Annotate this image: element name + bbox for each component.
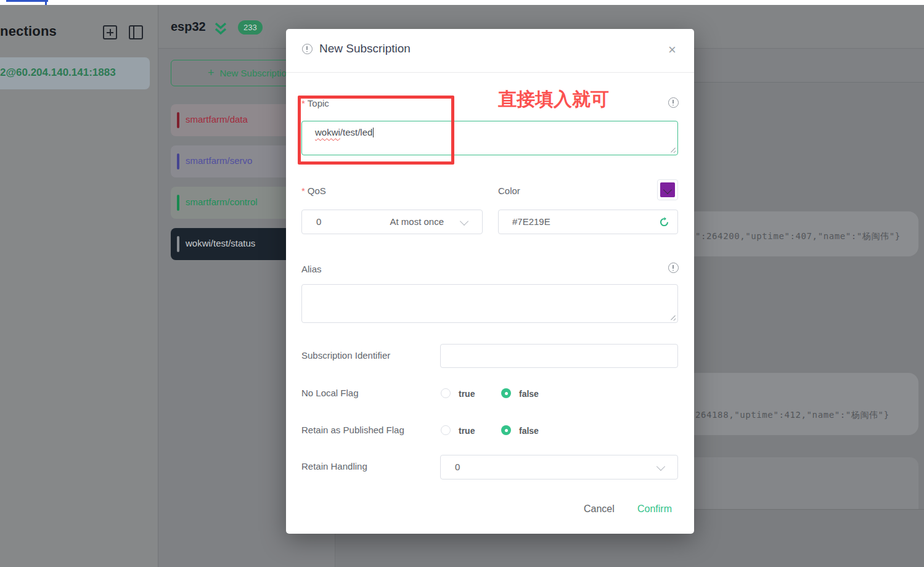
color-swatch <box>660 182 675 197</box>
radio-false-label[interactable]: false <box>519 426 539 436</box>
double-chevron-down-icon[interactable] <box>213 21 229 37</box>
resize-handle-icon[interactable] <box>670 147 676 153</box>
info-icon <box>668 97 679 108</box>
confirm-button[interactable]: Confirm <box>637 504 672 515</box>
color-value: #7E219E <box>512 216 550 227</box>
top-strip <box>0 0 924 5</box>
info-icon <box>302 44 313 54</box>
radio-true[interactable] <box>441 425 451 435</box>
subscription-identifier-input[interactable] <box>440 344 678 368</box>
new-connection-icon[interactable] <box>103 25 117 39</box>
retain-handling-select[interactable]: 0 <box>440 455 678 479</box>
alias-field-label: Alias <box>301 264 322 274</box>
new-subscription-dialog: New Subscription × *Topic 直接填入就可 wokwi/t… <box>286 29 694 534</box>
message-payload: ":264200,"uptime":407,"name":"杨闽伟"} <box>695 231 901 242</box>
message-payload: 264188,"uptime":412,"name":"杨闽伟"} <box>695 410 889 421</box>
qos-field-label: *QoS <box>301 186 326 196</box>
refresh-color-icon[interactable] <box>659 217 669 227</box>
color-field-label: Color <box>498 186 520 196</box>
chevron-down-icon <box>656 462 665 471</box>
connection-label: 2@60.204.140.141:1883 <box>0 67 116 79</box>
topic-color-bar <box>177 236 179 252</box>
radio-true[interactable] <box>441 388 451 398</box>
resize-handle-icon[interactable] <box>670 315 676 320</box>
connections-title: nections <box>0 23 57 39</box>
info-icon <box>668 263 679 273</box>
qos-selected-hint: At most once <box>390 216 444 227</box>
topic-color-bar <box>177 153 179 169</box>
no-local-flag-label: No Local Flag <box>301 388 359 398</box>
annotation-box <box>298 96 454 165</box>
close-icon[interactable]: × <box>664 43 680 57</box>
topic-label: smartfarm/data <box>186 114 248 124</box>
retain-handling-value: 0 <box>455 462 460 472</box>
color-value-input[interactable]: #7E219E <box>498 210 678 234</box>
topic-label: wokwi/test/status <box>186 238 255 248</box>
qos-select[interactable]: 0 At most once <box>301 210 483 234</box>
top-strip-accent <box>6 0 48 2</box>
chevron-down-icon <box>663 186 672 194</box>
required-marker: * <box>301 186 305 196</box>
radio-false-selected[interactable] <box>501 388 511 398</box>
qos-selected-value: 0 <box>316 216 321 227</box>
connections-sidebar: nections 2@60.204.140.141:1883 <box>0 5 158 567</box>
plus-icon: + <box>208 67 215 78</box>
radio-true-label[interactable]: true <box>459 426 475 436</box>
subscription-identifier-label: Subscription Identifier <box>301 350 390 361</box>
radio-true-label[interactable]: true <box>459 389 475 399</box>
dialog-title: New Subscription <box>319 42 411 55</box>
radio-false-selected[interactable] <box>501 425 511 435</box>
top-strip-accent-tick <box>45 0 47 5</box>
retain-as-published-label: Retain as Published Flag <box>301 425 404 435</box>
dialog-header-divider <box>286 72 694 73</box>
unread-count-badge: 233 <box>238 20 263 35</box>
chevron-down-icon <box>460 217 468 226</box>
app-window: nections 2@60.204.140.141:1883 esp32 233… <box>0 0 924 567</box>
topic-color-bar <box>177 112 179 128</box>
topic-label: smartfarm/control <box>186 197 258 207</box>
retain-handling-label: Retain Handling <box>301 461 367 471</box>
client-name: esp32 <box>171 20 206 34</box>
cancel-button[interactable]: Cancel <box>584 504 615 515</box>
plus-icon <box>110 29 111 36</box>
alias-input[interactable] <box>301 284 678 323</box>
collapse-panel-icon[interactable] <box>129 25 143 39</box>
sidebar-divider <box>158 5 158 567</box>
new-subscription-button-label: New Subscription <box>219 68 292 78</box>
topic-label: smartfarm/servo <box>186 155 252 166</box>
panel-divider-glyph <box>133 27 134 38</box>
annotation-text: 直接填入就可 <box>498 87 609 112</box>
color-swatch-select[interactable] <box>657 179 678 200</box>
radio-false-label[interactable]: false <box>519 389 539 399</box>
topic-color-bar <box>177 195 179 211</box>
connection-list-item[interactable]: 2@60.204.140.141:1883 <box>0 57 150 89</box>
